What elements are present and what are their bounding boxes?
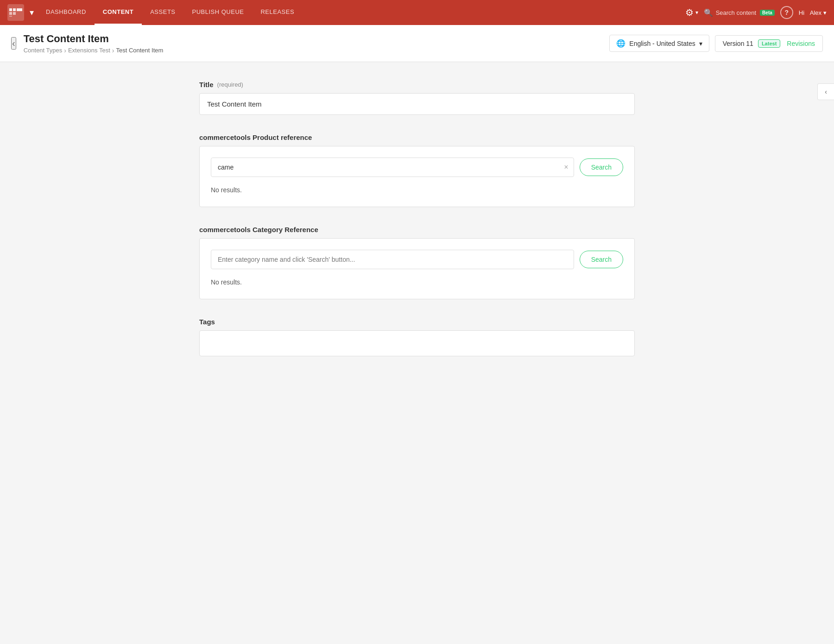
svg-rect-6 [9, 16, 12, 17]
product-ref-label: commercetools Product reference [199, 133, 635, 141]
settings-button[interactable]: ⚙ ▾ [685, 7, 698, 18]
gear-icon: ⚙ [685, 7, 694, 18]
locale-selector[interactable]: 🌐 English - United States ▾ [609, 35, 709, 52]
category-search-row: Search [211, 250, 623, 269]
product-no-results: No results. [211, 184, 623, 196]
header-title-section: Test Content Item Content Types › Extens… [24, 33, 610, 54]
revisions-link[interactable]: Revisions [787, 40, 815, 47]
logo-icon [7, 4, 24, 21]
nav-item-dashboard[interactable]: Dashboard [38, 0, 95, 25]
product-search-input[interactable] [211, 158, 574, 177]
nav-item-content[interactable]: Content [95, 0, 142, 25]
user-greeting: Hi [799, 9, 804, 16]
user-name: Alex [810, 9, 821, 16]
product-clear-button[interactable]: × [564, 163, 568, 171]
settings-dropdown-icon: ▾ [695, 9, 698, 16]
beta-badge: Beta [760, 10, 775, 16]
title-section: Title (required) [199, 81, 635, 115]
breadcrumb-current: Test Content Item [116, 47, 163, 54]
logo[interactable]: ▾ [7, 4, 34, 21]
svg-rect-2 [17, 8, 19, 11]
nav-item-publish-queue[interactable]: Publish Queue [184, 0, 253, 25]
user-menu[interactable]: Hi Alex ▾ [799, 9, 827, 16]
main-content: Title (required) commercetools Product r… [0, 62, 834, 644]
locale-dropdown-icon: ▾ [699, 40, 702, 47]
top-navigation: ▾ Dashboard Content Assets Publish Queue… [0, 0, 834, 25]
category-search-input[interactable] [211, 250, 574, 269]
product-reference-section: commercetools Product reference × Search… [199, 133, 635, 207]
version-block: Version 11 Latest Revisions [715, 35, 823, 52]
category-reference-section: commercetools Category Reference Search … [199, 226, 635, 299]
breadcrumb: Content Types › Extensions Test › Test C… [24, 47, 610, 54]
tags-box[interactable] [199, 330, 635, 356]
category-search-button[interactable]: Search [580, 251, 623, 268]
tags-label: Tags [199, 318, 635, 326]
logo-dropdown-icon[interactable]: ▾ [30, 7, 34, 18]
category-ref-label: commercetools Category Reference [199, 226, 635, 234]
help-button[interactable]: ? [780, 6, 793, 19]
product-reference-box: × Search No results. [199, 146, 635, 207]
category-search-input-wrap [211, 250, 574, 269]
category-reference-box: Search No results. [199, 238, 635, 299]
page-title: Test Content Item [24, 33, 610, 45]
back-button[interactable]: ‹ [11, 37, 16, 50]
locale-label: English - United States [629, 40, 695, 47]
nav-items: Dashboard Content Assets Publish Queue R… [38, 0, 685, 25]
latest-badge: Latest [758, 39, 780, 48]
product-search-input-wrap: × [211, 158, 574, 177]
breadcrumb-sep-2: › [112, 47, 114, 54]
tags-section: Tags [199, 318, 635, 356]
version-label: Version 11 [723, 40, 753, 47]
breadcrumb-extensions-test[interactable]: Extensions Test [68, 47, 110, 54]
search-icon: 🔍 [704, 8, 713, 17]
user-dropdown-icon: ▾ [823, 9, 827, 16]
breadcrumb-sep-1: › [64, 47, 66, 54]
nav-right: ⚙ ▾ 🔍 Search content Beta ? Hi Alex ▾ [685, 6, 827, 19]
content-area: Title (required) commercetools Product r… [162, 62, 672, 644]
nav-item-releases[interactable]: Releases [252, 0, 303, 25]
header-actions: 🌐 English - United States ▾ Version 11 L… [609, 35, 823, 52]
search-button[interactable]: 🔍 Search content Beta [704, 8, 775, 17]
product-search-button[interactable]: Search [580, 158, 623, 176]
title-required: (required) [217, 81, 243, 88]
svg-rect-5 [13, 12, 16, 15]
nav-item-assets[interactable]: Assets [142, 0, 183, 25]
svg-rect-3 [19, 8, 22, 11]
sidebar-toggle[interactable]: ‹ [817, 83, 834, 100]
title-input[interactable] [199, 93, 635, 115]
globe-icon: 🌐 [616, 39, 626, 48]
title-label: Title (required) [199, 81, 635, 88]
header-bar: ‹ Test Content Item Content Types › Exte… [0, 25, 834, 62]
product-search-row: × Search [211, 158, 623, 177]
svg-rect-1 [13, 8, 16, 11]
category-no-results: No results. [211, 277, 623, 288]
svg-rect-0 [9, 8, 12, 11]
search-label: Search content [716, 9, 756, 16]
svg-rect-4 [9, 12, 12, 15]
breadcrumb-content-types[interactable]: Content Types [24, 47, 63, 54]
